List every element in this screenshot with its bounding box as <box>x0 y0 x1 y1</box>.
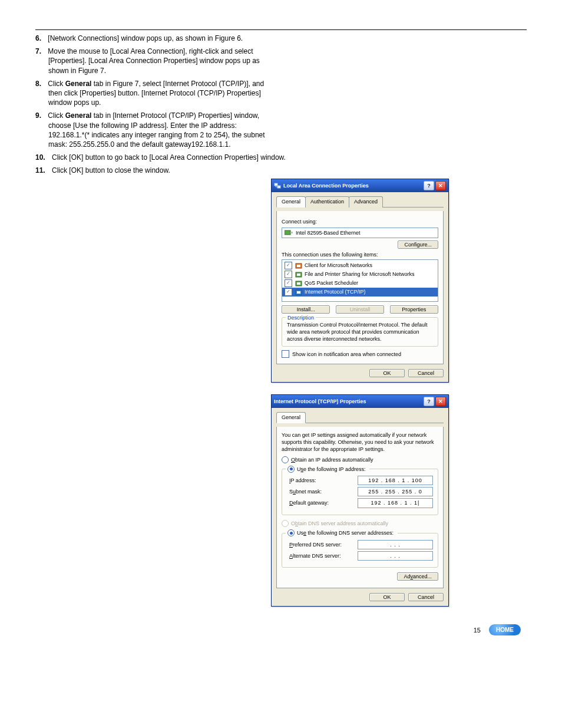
step-7: 7. Move the mouse to [Local Area Connect… <box>35 47 527 75</box>
client-icon <box>295 262 302 269</box>
advanced-button[interactable]: Advanced... <box>397 572 438 581</box>
help-button[interactable]: ? <box>424 181 434 190</box>
description-group: Description Transmission Control Protoco… <box>282 317 438 347</box>
radio-icon <box>282 456 289 463</box>
tab-authentication[interactable]: Authentication <box>305 196 349 207</box>
svg-rect-11 <box>297 282 300 285</box>
checkbox-icon[interactable]: ✓ <box>285 262 292 269</box>
tcpip-tabs: General <box>276 411 444 423</box>
step8-a: Click <box>48 80 65 88</box>
lan-tabs: General Authentication Advanced <box>276 196 444 207</box>
help-button[interactable]: ? <box>424 397 434 406</box>
tcpip-titlebar: Internet Protocol (TCP/IP) Properties ? … <box>272 395 448 408</box>
document-body: 6. [Network Connections] window pops up,… <box>35 34 527 607</box>
radio-icon <box>282 520 289 527</box>
list-item[interactable]: ✓ Client for Microsoft Networks <box>282 261 438 270</box>
page-footer: 15 HOME <box>35 624 527 635</box>
page-number: 15 <box>474 627 481 634</box>
protocol-icon <box>295 289 302 296</box>
step8-d: then click [Properties] button. [Interne… <box>48 89 261 97</box>
step9-c: tab in [Internet Protocol (TCP/IP) Prope… <box>91 111 259 120</box>
adapter-field[interactable]: Intel 82595-Based Ethernet <box>282 228 438 238</box>
step-6: 6. [Network Connections] window pops up,… <box>35 34 527 43</box>
service-icon <box>295 271 302 278</box>
description-text: Transmission Control Protocol/Internet P… <box>287 321 434 342</box>
ip-address-input[interactable]: 192 . 168 . 1 . 100 <box>358 476 433 485</box>
uninstall-button: Uninstall <box>336 305 384 314</box>
subnet-mask-input[interactable]: 255 . 255 . 255 . 0 <box>358 487 433 496</box>
cancel-button[interactable]: Cancel <box>408 369 444 377</box>
alternate-dns-input[interactable]: . . . <box>358 551 433 561</box>
step-num-6: 6. <box>35 34 41 42</box>
cancel-button[interactable]: Cancel <box>408 593 444 601</box>
step-num-9: 9. <box>35 111 41 120</box>
item-label: Internet Protocol (TCP/IP) <box>305 288 366 295</box>
checkbox-icon[interactable]: ✓ <box>285 279 292 287</box>
page-header-rule <box>35 18 527 30</box>
preferred-dns-input[interactable]: . . . <box>358 540 433 549</box>
lan-title-text: Local Area Connection Properties <box>283 182 369 189</box>
item-label: Client for Microsoft Networks <box>305 262 372 269</box>
svg-rect-0 <box>275 183 277 186</box>
show-icon-row[interactable]: ✓ Show icon in notification area when co… <box>282 350 438 358</box>
obtain-ip-radio[interactable]: Obtain an IP address automatically <box>282 456 438 465</box>
step9-e: 192.168.1.*(* indicates any integer rang… <box>48 131 265 139</box>
svg-rect-9 <box>297 274 300 276</box>
step7-line3: shown in Figure 7. <box>48 67 106 75</box>
step-8: 8. Click General tab in Figure 7, select… <box>35 79 527 108</box>
checkbox-icon[interactable]: ✓ <box>285 271 292 278</box>
use-dns-radio[interactable]: Use the following DNS server addresses: <box>286 529 398 537</box>
connect-using-label: Connect using: <box>282 218 438 225</box>
ok-button[interactable]: OK <box>369 369 405 377</box>
install-button[interactable]: Install... <box>282 305 330 314</box>
show-icon-label: Show icon in notification area when conn… <box>292 351 401 358</box>
list-item-selected[interactable]: ✓ Internet Protocol (TCP/IP) <box>282 288 438 297</box>
step8-c: tab in Figure 7, select [Internet Protoc… <box>91 80 264 88</box>
list-item[interactable]: ✓ File and Printer Sharing for Microsoft… <box>282 270 438 279</box>
svg-rect-13 <box>297 291 300 294</box>
adapter-name: Intel 82595-Based Ethernet <box>296 229 361 236</box>
obtain-dns-radio: Obtain DNS server address automatically <box>282 520 388 527</box>
lan-properties-window: Local Area Connection Properties ? ✕ Gen… <box>271 179 449 383</box>
step-num-11: 11. <box>35 166 45 174</box>
use-dns-group: Use the following DNS server addresses: … <box>282 533 438 568</box>
tab-general[interactable]: General <box>276 196 306 207</box>
default-gateway-input[interactable]: 192 . 168 . 1 . 1| <box>358 498 433 508</box>
checkbox-icon[interactable]: ✓ <box>282 350 289 358</box>
items-listbox[interactable]: ✓ Client for Microsoft Networks ✓ File a… <box>282 259 438 302</box>
item-label: File and Printer Sharing for Microsoft N… <box>305 271 415 278</box>
step-6-text: [Network Connections] window pops up, as… <box>48 34 243 42</box>
step-num-7: 7. <box>35 47 41 55</box>
step7-line2: [Properties]. [Local Area Connection Pro… <box>48 57 260 65</box>
use-ip-group: Use the following IP address: IP address… <box>282 469 438 515</box>
step7-line1: Move the mouse to [Local Area Connection… <box>48 47 253 55</box>
step10-text: Click [OK] button to go back to [Local A… <box>52 153 286 162</box>
ok-button[interactable]: OK <box>369 593 405 601</box>
step-9: 9. Click General tab in [Internet Protoc… <box>35 111 527 149</box>
step11-text: Click [OK] button to close the window. <box>52 166 170 174</box>
items-label: This connection uses the following items… <box>282 251 438 258</box>
use-ip-radio[interactable]: Use the following IP address: <box>286 465 369 473</box>
tab-advanced[interactable]: Advanced <box>349 196 383 207</box>
close-button[interactable]: ✕ <box>435 397 446 406</box>
service-icon <box>295 280 302 287</box>
close-button[interactable]: ✕ <box>435 181 446 190</box>
tcpip-intro: You can get IP settings assigned automat… <box>282 431 438 453</box>
step8-b: General <box>65 80 92 88</box>
tab-general[interactable]: General <box>276 412 306 423</box>
tcpip-properties-window: Internet Protocol (TCP/IP) Properties ? … <box>271 394 449 607</box>
properties-button[interactable]: Properties <box>390 305 438 314</box>
step9-b: General <box>65 111 92 120</box>
adapter-icon <box>285 230 293 236</box>
lan-titlebar: Local Area Connection Properties ? ✕ <box>272 179 448 192</box>
configure-button[interactable]: Configure... <box>398 241 438 249</box>
radio-icon <box>287 466 295 473</box>
step9-d: choose [Use the following IP address]. E… <box>48 121 237 130</box>
checkbox-icon[interactable]: ✓ <box>285 288 292 296</box>
home-badge[interactable]: HOME <box>489 624 521 635</box>
radio-icon <box>287 529 295 536</box>
svg-rect-4 <box>285 230 290 235</box>
step-10: 10. Click [OK] button to go back to [Loc… <box>35 153 527 162</box>
list-item[interactable]: ✓ QoS Packet Scheduler <box>282 279 438 288</box>
svg-rect-7 <box>297 265 300 267</box>
